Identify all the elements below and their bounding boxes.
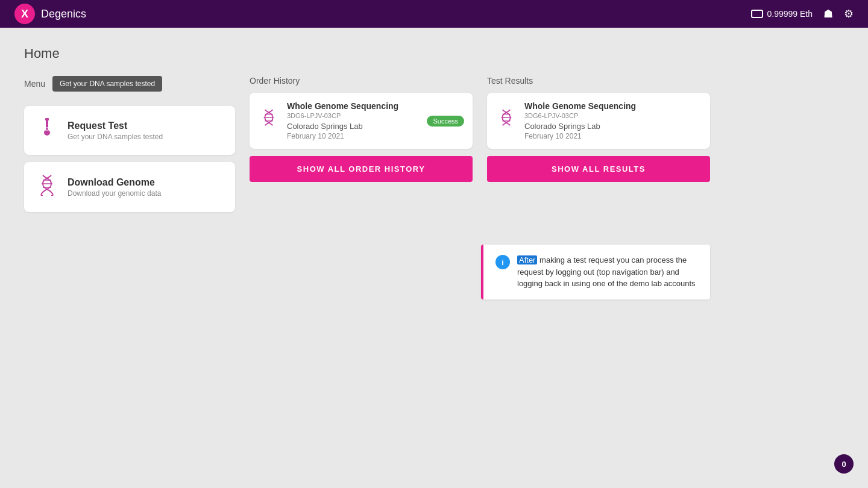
result-title: Whole Genome Sequencing [524,101,700,111]
download-genome-card[interactable]: Download Genome Download your genomic da… [24,162,235,212]
wallet-balance: 0.99999 Eth [751,9,813,19]
menu-column: Menu Get your DNA samples tested [24,76,235,212]
test-result-item[interactable]: Whole Genome Sequencing 3DG6-LPJV-03CP C… [487,93,710,149]
settings-icon[interactable]: ⚙ [844,7,854,20]
navbar-right: 0.99999 Eth ☗ ⚙ [751,7,854,20]
brand-name: Degenics [41,8,86,20]
info-highlight: After [517,255,537,264]
order-dna-icon [259,108,278,133]
menu-section-label: Menu [24,79,45,89]
page-title: Home [24,46,844,61]
order-history-item[interactable]: Whole Genome Sequencing 3DG6-LPJV-03CP C… [250,93,473,149]
svg-rect-0 [45,118,49,120]
main-content: Home Menu Get your DNA samples tested [0,28,868,318]
order-date: February 10 2021 [287,132,463,140]
navbar: X Degenics 0.99999 Eth ☗ ⚙ [0,0,868,28]
result-dna-icon [497,108,516,133]
result-lab: Colorado Springs Lab [524,122,700,131]
wallet-icon [751,10,763,18]
dna-icon [36,174,58,200]
bottom-badge[interactable]: 0 [834,454,854,474]
home-grid: Menu Get your DNA samples tested [24,76,844,299]
info-box: i After making a test request you can pr… [481,245,710,299]
result-date: February 10 2021 [524,132,700,140]
navbar-left: X Degenics [14,4,86,24]
info-box-wrapper: i After making a test request you can pr… [24,245,710,299]
user-icon[interactable]: ☗ [823,7,833,20]
get-dna-tested-button[interactable]: Get your DNA samples tested [52,76,162,92]
order-status-badge: Success [427,116,464,127]
logo-icon[interactable]: X [14,4,35,24]
result-info: Whole Genome Sequencing 3DG6-LPJV-03CP C… [524,101,700,140]
download-genome-title: Download Genome [68,177,161,188]
download-genome-info: Download Genome Download your genomic da… [68,177,161,198]
request-test-card[interactable]: Request Test Get your DNA samples tested [24,106,235,155]
order-title: Whole Genome Sequencing [287,101,463,111]
order-history-section-label: Order History [250,76,473,86]
vial-icon [36,118,58,143]
test-results-column: Test Results Whole Genome Sequencing 3DG… [487,76,710,182]
request-test-subtitle: Get your DNA samples tested [68,133,163,141]
download-genome-subtitle: Download your genomic data [68,189,161,198]
show-all-orders-button[interactable]: SHOW ALL ORDER HISTORY [250,156,473,182]
order-history-column: Order History Whole Genome Sequencing 3D… [250,76,473,182]
result-id: 3DG6-LPJV-03CP [524,112,700,119]
test-results-section-label: Test Results [487,76,710,86]
show-all-results-button[interactable]: SHOW ALL RESULTS [487,156,710,182]
request-test-title: Request Test [68,120,163,131]
info-text: After making a test request you can proc… [517,254,698,290]
info-icon: i [495,255,510,269]
request-test-info: Request Test Get your DNA samples tested [68,120,163,141]
